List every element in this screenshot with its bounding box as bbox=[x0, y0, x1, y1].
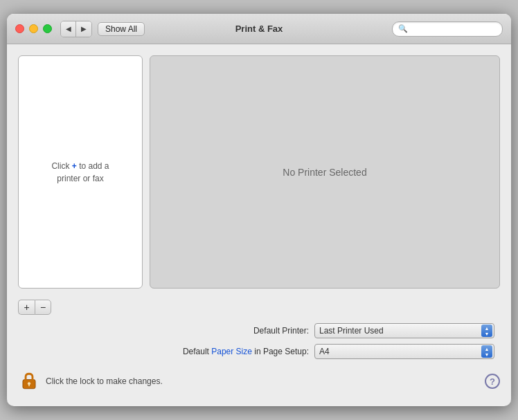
window-title: Print & Fax bbox=[235, 24, 283, 34]
back-button[interactable]: ◀ bbox=[61, 21, 76, 37]
svg-rect-2 bbox=[28, 384, 30, 386]
default-printer-select[interactable]: Last Printer Used bbox=[314, 323, 494, 338]
printer-list-content: Click + to add aprinter or fax bbox=[19, 56, 142, 288]
status-bar: Click the lock to make changes. ? bbox=[18, 367, 500, 395]
settings-area: Default Printer: Last Printer Used ▲ ▼ D… bbox=[18, 323, 500, 359]
lock-icon[interactable] bbox=[18, 370, 40, 392]
default-printer-select-wrapper: Last Printer Used ▲ ▼ bbox=[314, 323, 494, 338]
content-area: Click + to add aprinter or fax No Printe… bbox=[7, 44, 511, 406]
default-printer-label: Default Printer: bbox=[253, 326, 309, 336]
paper-size-label-post: in Page Setup: bbox=[252, 347, 309, 356]
nav-buttons: ◀ ▶ bbox=[60, 21, 92, 37]
forward-button[interactable]: ▶ bbox=[76, 21, 91, 37]
add-printer-text-before: Click bbox=[51, 161, 71, 171]
help-button[interactable]: ? bbox=[485, 374, 500, 389]
paper-size-select[interactable]: A4 A3 Letter Legal bbox=[314, 344, 494, 359]
plus-symbol: + bbox=[72, 161, 77, 171]
add-printer-hint: Click + to add aprinter or fax bbox=[51, 160, 109, 185]
paper-size-row: Default Paper Size in Page Setup: A4 A3 … bbox=[24, 344, 494, 359]
printer-detail-panel: No Printer Selected bbox=[150, 55, 500, 289]
paper-size-select-wrapper: A4 A3 Letter Legal ▲ ▼ bbox=[314, 344, 494, 359]
traffic-lights bbox=[15, 24, 52, 33]
main-window: ◀ ▶ Show All Print & Fax 🔍 Click + to ad… bbox=[7, 14, 511, 406]
search-icon: 🔍 bbox=[398, 24, 408, 33]
add-printer-text-after: to add a bbox=[77, 161, 109, 171]
search-box[interactable]: 🔍 bbox=[392, 21, 503, 37]
add-printer-text-line2: printer or fax bbox=[57, 174, 103, 183]
paper-size-label-pre: Default bbox=[183, 347, 211, 356]
add-printer-button[interactable]: + bbox=[18, 300, 35, 315]
maximize-button[interactable] bbox=[43, 24, 52, 33]
default-printer-row: Default Printer: Last Printer Used ▲ ▼ bbox=[24, 323, 494, 338]
search-input[interactable] bbox=[411, 24, 497, 34]
paper-size-label-highlight: Paper Size bbox=[211, 347, 252, 356]
main-panels: Click + to add aprinter or fax No Printe… bbox=[18, 55, 500, 289]
title-bar: ◀ ▶ Show All Print & Fax 🔍 bbox=[7, 14, 511, 44]
remove-printer-button[interactable]: − bbox=[35, 300, 51, 315]
show-all-button[interactable]: Show All bbox=[98, 22, 145, 36]
no-printer-label: No Printer Selected bbox=[283, 167, 366, 178]
minimize-button[interactable] bbox=[29, 24, 38, 33]
printer-list-panel: Click + to add aprinter or fax bbox=[18, 55, 143, 289]
lock-label-text: Click the lock to make changes. bbox=[46, 376, 163, 386]
list-controls: + − bbox=[18, 300, 500, 315]
lock-svg bbox=[19, 372, 39, 391]
paper-size-label: Default Paper Size in Page Setup: bbox=[183, 347, 309, 356]
close-button[interactable] bbox=[15, 24, 24, 33]
